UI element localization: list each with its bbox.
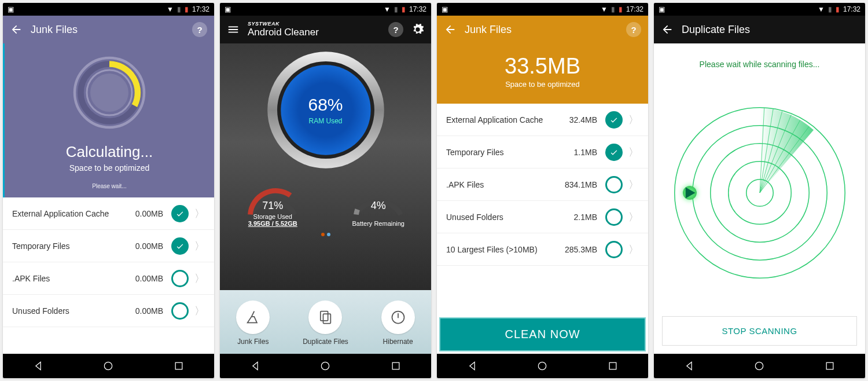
item-label: External Application Cache	[446, 115, 569, 124]
chevron-right-icon[interactable]: 〉	[194, 207, 205, 221]
action-label: Duplicate Files	[303, 338, 348, 346]
page-title: Junk Files	[465, 24, 618, 36]
list-item[interactable]: Unused Folders 2.1MB 〉	[437, 201, 648, 233]
help-button[interactable]: ?	[388, 22, 403, 37]
svg-rect-28	[826, 362, 833, 369]
checkbox[interactable]	[171, 270, 189, 287]
chevron-right-icon[interactable]: 〉	[628, 210, 639, 224]
nav-recent-icon[interactable]	[390, 360, 402, 372]
wifi-icon: ▼	[601, 5, 608, 13]
chevron-right-icon[interactable]: 〉	[194, 304, 205, 318]
broom-icon	[245, 309, 261, 325]
nav-recent-icon[interactable]	[824, 360, 836, 372]
nav-home-icon[interactable]	[753, 360, 765, 372]
gear-icon[interactable]	[411, 23, 424, 36]
list-item[interactable]: Temporary Files 1.1MB 〉	[437, 136, 648, 168]
item-size: 834.1MB	[565, 180, 597, 189]
svg-rect-15	[609, 362, 616, 369]
nav-back-icon[interactable]	[683, 360, 695, 372]
play-blip-icon	[683, 186, 697, 200]
list-item[interactable]: External Application Cache 32.4MB 〉	[437, 104, 648, 136]
dot-active	[321, 233, 325, 236]
storage-gauge[interactable]: 71% Storage Used 3.95GB / 5.52GB	[241, 175, 304, 227]
screen-duplicate-scan: ▣ ▼ ▮ ▮ 17:32 Duplicate Files Please wai…	[654, 3, 865, 378]
radar-animation	[654, 75, 865, 310]
nav-back-icon[interactable]	[32, 360, 44, 372]
svg-rect-10	[323, 314, 331, 323]
chevron-right-icon[interactable]: 〉	[628, 113, 639, 127]
brand-text: SYSTWEAK	[248, 21, 380, 27]
action-hibernate[interactable]: Hibernate	[381, 301, 415, 346]
nav-back-icon[interactable]	[249, 360, 261, 372]
calculating-text: Calculating...	[5, 143, 214, 161]
junk-list: External Application Cache 32.4MB 〉 Temp…	[437, 104, 648, 315]
screen-junk-results: ▣ ▼ ▮ ▮ 17:32 Junk Files ? 33.5MB Space …	[437, 3, 648, 378]
svg-point-14	[539, 362, 546, 369]
battery-icon: ▮	[619, 5, 623, 13]
checkbox[interactable]	[605, 208, 623, 226]
checkbox[interactable]	[605, 241, 623, 258]
checkbox[interactable]	[171, 302, 189, 320]
nav-home-icon[interactable]	[319, 360, 331, 372]
checkbox[interactable]	[605, 144, 623, 161]
back-icon[interactable]	[10, 23, 23, 36]
help-button[interactable]: ?	[626, 22, 641, 37]
power-icon	[390, 309, 406, 325]
nav-back-icon[interactable]	[466, 360, 478, 372]
item-size: 0.00MB	[135, 306, 163, 316]
ram-dial[interactable]: 68% RAM Used	[265, 49, 387, 171]
item-label: .APK Files	[446, 180, 565, 189]
wifi-icon: ▼	[818, 5, 825, 13]
wait-text: Please wait...	[5, 183, 214, 189]
checkbox[interactable]	[605, 111, 623, 129]
nav-bar	[437, 354, 648, 378]
menu-icon[interactable]	[227, 23, 240, 36]
chevron-right-icon[interactable]: 〉	[194, 272, 205, 285]
help-button[interactable]: ?	[192, 22, 207, 37]
checkbox[interactable]	[171, 237, 189, 255]
battery-icon: ▮	[836, 5, 840, 13]
ram-label: RAM Used	[308, 117, 342, 125]
list-item[interactable]: .APK Files 0.00MB 〉	[3, 262, 214, 295]
item-size: 285.3MB	[565, 245, 597, 254]
item-label: Unused Folders	[12, 306, 135, 316]
page-title: Junk Files	[31, 24, 184, 36]
wifi-icon: ▼	[167, 5, 174, 13]
nav-recent-icon[interactable]	[173, 360, 185, 372]
checkbox[interactable]	[171, 205, 189, 222]
copy-icon	[317, 309, 333, 325]
chevron-right-icon[interactable]: 〉	[194, 239, 205, 253]
back-icon[interactable]	[444, 23, 457, 36]
checkbox[interactable]	[605, 176, 623, 193]
list-item[interactable]: 10 Largest Files (>10MB) 285.3MB 〉	[437, 233, 648, 266]
action-duplicate-files[interactable]: Duplicate Files	[303, 301, 348, 346]
action-junk-files[interactable]: Junk Files	[236, 301, 270, 346]
page-title: Duplicate Files	[682, 24, 858, 36]
stop-scanning-button[interactable]: STOP SCANNING	[662, 316, 857, 346]
nav-recent-icon[interactable]	[607, 360, 619, 372]
item-label: 10 Largest Files (>10MB)	[446, 245, 565, 254]
list-item[interactable]: External Application Cache 0.00MB 〉	[3, 197, 214, 230]
sim-icon: ▮	[177, 5, 181, 13]
nav-bar	[220, 354, 431, 378]
wifi-icon: ▼	[384, 5, 391, 13]
back-icon[interactable]	[661, 23, 674, 36]
subtitle-text: Space to be optimized	[5, 163, 214, 173]
nav-home-icon[interactable]	[536, 360, 548, 372]
chevron-right-icon[interactable]: 〉	[628, 243, 639, 257]
battery-gauge[interactable]: 4% Battery Remaining	[347, 175, 410, 227]
storage-stats: 3.95GB / 5.52GB	[241, 220, 304, 227]
nav-home-icon[interactable]	[102, 360, 114, 372]
app-bar: Duplicate Files	[654, 16, 865, 43]
list-item[interactable]: Unused Folders 0.00MB 〉	[3, 295, 214, 327]
list-item[interactable]: Temporary Files 0.00MB 〉	[3, 230, 214, 262]
chevron-right-icon[interactable]: 〉	[628, 145, 639, 159]
item-label: Temporary Files	[446, 148, 574, 157]
sim-icon: ▮	[611, 5, 615, 13]
item-size: 0.00MB	[135, 241, 163, 251]
screen-dashboard: ▣ ▼ ▮ ▮ 17:32 SYSTWEAK Android Cleaner ?	[220, 3, 431, 378]
chevron-right-icon[interactable]: 〉	[628, 178, 639, 192]
list-item[interactable]: .APK Files 834.1MB 〉	[437, 168, 648, 201]
item-label: External Application Cache	[12, 209, 135, 218]
clean-now-button[interactable]: CLEAN NOW	[439, 317, 646, 351]
